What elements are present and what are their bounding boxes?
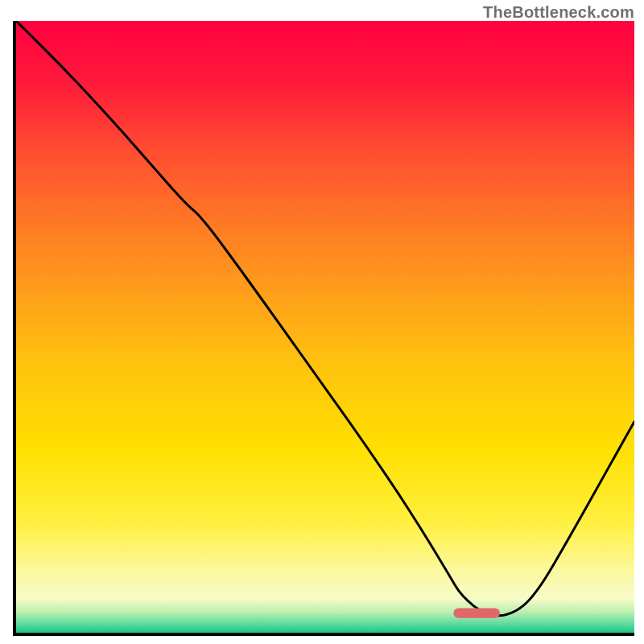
chart-frame: TheBottleneck.com [0,0,644,644]
optimal-marker [16,21,634,633]
plot-area [13,21,634,636]
watermark-text: TheBottleneck.com [483,3,634,22]
svg-rect-1 [453,609,500,618]
